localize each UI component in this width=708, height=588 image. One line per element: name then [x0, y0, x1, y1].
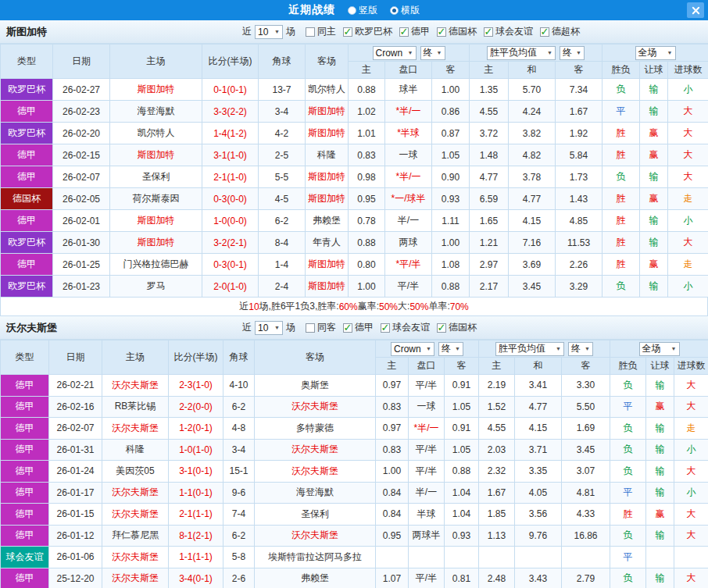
asian-home-odds: 0.88: [349, 232, 385, 254]
filter-checkbox-checked[interactable]: ✓德甲: [343, 321, 374, 334]
euro-away-odds: 11.53: [556, 232, 603, 254]
scope-select[interactable]: 全场 ▼: [639, 342, 680, 356]
euro-draw-odds: 4.15: [509, 210, 556, 232]
select-value: 全场: [642, 342, 661, 355]
match-score: 1-1(1-1): [169, 547, 223, 568]
match-count-select[interactable]: 10 ▼: [255, 25, 283, 39]
league-badge: 德甲: [1, 504, 49, 526]
titlebar: 近期战绩 竖版 横版: [0, 0, 708, 20]
home-team: 沃尔夫斯堡: [102, 568, 169, 588]
filter-checkbox-label: 同客: [317, 321, 336, 334]
handicap-result: 输: [640, 210, 668, 232]
league-badge: 德甲: [1, 254, 53, 276]
euro-time-select[interactable]: 终 ▼: [560, 46, 585, 60]
asian-time-select[interactable]: 终 ▼: [420, 46, 445, 60]
filter-checkbox-checked[interactable]: ✓球会友谊: [484, 25, 533, 38]
asian-away-odds: 1.00: [432, 232, 470, 254]
select-value: 终: [424, 46, 433, 59]
radio-selected-icon: [390, 6, 399, 15]
layout-horizontal-radio[interactable]: 横版: [390, 4, 420, 17]
checkbox-unchecked-icon: [306, 27, 315, 37]
checkbox-unchecked-icon: [306, 323, 315, 333]
asian-away-odds: 0.86: [432, 101, 470, 123]
match-row: 欧罗巴杯26-02-27斯图加特0-1(0-1)13-7凯尔特人0.88球半1.…: [1, 79, 708, 101]
matches-table: 类型 日期 主场 比分(半场) 角球 客场 Crown ▼ 终: [0, 340, 708, 588]
asian-away-odds: 0.81: [445, 568, 479, 588]
match-row: 德甲26-02-07圣保利2-1(1-0)5-5斯图加特0.98*半/一0.90…: [1, 166, 708, 188]
euro-odds-select[interactable]: 胜平负均值 ▼: [495, 342, 564, 356]
asian-away-odds: 1.11: [432, 210, 470, 232]
away-team: 沃尔夫斯堡: [255, 461, 376, 483]
euro-draw-odds: 3.69: [509, 254, 556, 276]
panel-title: 近期战绩: [288, 3, 335, 17]
asian-away-odds: 1.04: [445, 504, 479, 526]
chevron-down-icon: ▼: [671, 346, 677, 351]
euro-odds-select[interactable]: 胜平负均值 ▼: [487, 46, 556, 60]
close-icon: [692, 6, 700, 15]
asian-home-odds: 1.00: [376, 461, 409, 483]
filter-checkbox-checked[interactable]: ✓欧罗巴杯: [343, 25, 392, 38]
corner-count: 7-4: [223, 504, 255, 526]
corner-count: 4-2: [259, 123, 306, 144]
asian-home-odds: 1.07: [376, 568, 409, 588]
checkbox-checked-icon: ✓: [437, 27, 446, 37]
close-button[interactable]: [687, 2, 704, 18]
handicap-result: 输: [640, 166, 668, 188]
team-section: 斯图加特 近 10 ▼ 场 同主✓欧罗巴杯✓德甲✓德国杯✓球会友谊✓德超杯 类型…: [0, 20, 708, 316]
filter-checkbox-unchecked[interactable]: 同主: [306, 25, 336, 38]
euro-away-odds: 2.26: [556, 254, 603, 276]
col-header-result: 胜负: [603, 62, 640, 79]
filter-checkbox-checked[interactable]: ✓球会友谊: [381, 321, 430, 334]
asian-handicap: 平/半: [409, 375, 445, 397]
scope-select[interactable]: 全场 ▼: [635, 46, 676, 60]
filter-checkbox-unchecked[interactable]: 同客: [306, 321, 336, 334]
bookmaker-select[interactable]: Crown ▼: [373, 46, 417, 60]
radio-label: 横版: [401, 4, 420, 17]
euro-away-odds: 2.79: [562, 568, 610, 588]
asian-home-odds: [376, 547, 409, 568]
col-header-euro-draw: 和: [515, 358, 562, 375]
layout-vertical-radio[interactable]: 竖版: [348, 4, 377, 17]
home-team: 沃尔夫斯堡: [102, 547, 169, 568]
handicap-result: [646, 547, 674, 568]
filter-checkbox-checked[interactable]: ✓德甲: [399, 25, 430, 38]
match-count-select[interactable]: 10 ▼: [255, 321, 283, 335]
euro-time-select[interactable]: 终 ▼: [568, 342, 593, 356]
euro-draw-odds: [515, 547, 562, 568]
asian-home-odds: 0.97: [376, 418, 409, 440]
match-score: 0-3(0-0): [202, 188, 259, 210]
asian-time-select[interactable]: 终 ▼: [438, 342, 463, 356]
filter-checkbox-checked[interactable]: ✓德超杯: [540, 25, 580, 38]
match-score: 0-1(0-1): [202, 79, 259, 101]
away-team: 圣保利: [255, 504, 376, 526]
asian-handicap: 平/半: [385, 276, 432, 298]
col-header-asian-line: 盘口: [385, 62, 432, 79]
match-result: 平: [610, 482, 646, 504]
col-header-asian-home: 主: [349, 62, 385, 79]
euro-away-odds: 1.67: [556, 101, 603, 123]
corner-count: 2-4: [259, 276, 306, 298]
col-header-type: 类型: [1, 45, 53, 79]
league-badge: 德甲: [1, 375, 49, 397]
asian-home-odds: 0.84: [376, 482, 409, 504]
home-team: 罗马: [110, 276, 202, 298]
match-result: 平: [610, 396, 646, 418]
filter-checkbox-checked[interactable]: ✓德国杯: [437, 321, 477, 334]
handicap-result: 输: [646, 418, 674, 440]
euro-draw-odds: 4.82: [509, 144, 556, 166]
euro-away-odds: 1.92: [556, 123, 603, 144]
match-row: 欧罗巴杯26-01-30斯图加特3-2(2-1)8-4年青人0.88两球1.00…: [1, 232, 708, 254]
col-header-asian-away: 客: [445, 358, 479, 375]
asian-away-odds: 0.88: [445, 461, 479, 483]
col-header-home: 主场: [110, 45, 202, 79]
away-team: 沃尔夫斯堡: [255, 439, 376, 461]
goals-result: 大: [674, 461, 708, 483]
bookmaker-select[interactable]: Crown ▼: [391, 342, 434, 356]
asian-away-odds: 0.88: [432, 276, 470, 298]
match-score: 1-4(1-2): [202, 123, 259, 144]
result-group-header: 全场 ▼: [610, 340, 708, 358]
filter-checkbox-label: 德超杯: [552, 25, 580, 38]
league-badge: 欧罗巴杯: [1, 232, 53, 254]
filter-checkbox-checked[interactable]: ✓德国杯: [437, 25, 477, 38]
chevron-down-icon: ▼: [408, 50, 413, 55]
